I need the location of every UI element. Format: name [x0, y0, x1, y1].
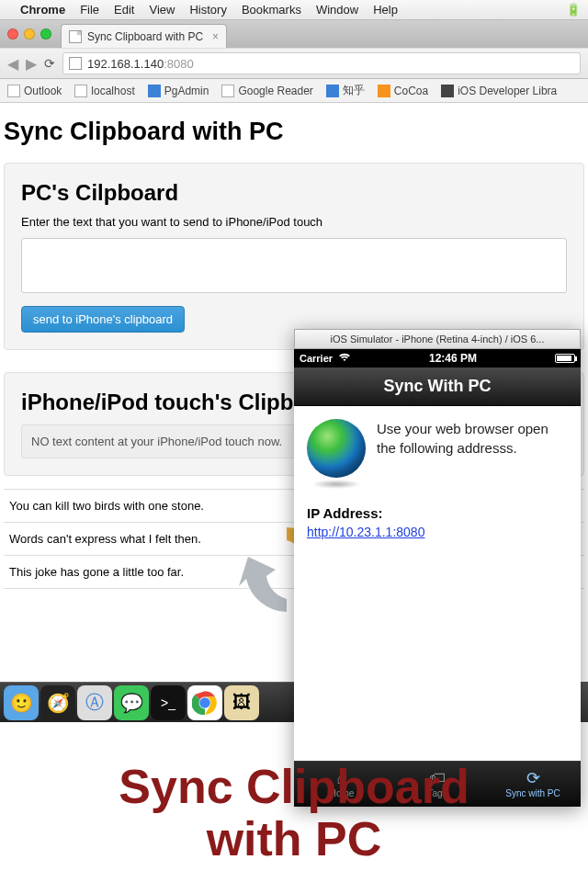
dock-chrome-icon[interactable]	[187, 685, 222, 720]
dock-safari-icon[interactable]: 🧭	[40, 685, 75, 720]
caption-line-1: Sync Clipboard	[0, 761, 588, 813]
status-time: 12:46 PM	[351, 352, 555, 365]
ios-status-bar: Carrier 12:46 PM	[294, 349, 581, 368]
caption-line-2: with PC	[0, 813, 588, 865]
globe-icon	[307, 419, 366, 478]
back-button[interactable]: ◀	[7, 55, 18, 73]
page-title: Sync Clipboard with PC	[4, 118, 584, 146]
ios-body: Use your web browser open the following …	[294, 406, 581, 761]
address-host: 192.168.1.140	[87, 57, 164, 71]
menubar-file[interactable]: File	[80, 3, 99, 17]
close-window-button[interactable]	[7, 28, 18, 40]
traffic-lights	[7, 28, 51, 40]
menubar-edit[interactable]: Edit	[114, 3, 134, 17]
bookmark-localhost[interactable]: localhost	[74, 85, 134, 97]
menubar-right-icon[interactable]: 🔋	[566, 3, 581, 17]
address-port: :8080	[164, 57, 194, 71]
forward-button[interactable]: ▶	[26, 55, 37, 73]
menubar-view[interactable]: View	[149, 3, 175, 17]
pc-clipboard-prompt: Enter the text that you want to send to …	[21, 215, 567, 229]
pc-clipboard-textarea[interactable]	[21, 238, 567, 293]
menubar-help[interactable]: Help	[373, 3, 398, 17]
menubar-app[interactable]: Chrome	[20, 3, 65, 17]
ios-simulator-window: iOS Simulator - iPhone (Retina 4-inch) /…	[294, 329, 581, 807]
bookmark-pgadmin[interactable]: PgAdmin	[148, 85, 209, 97]
tab-strip: Sync Clipboard with PC ×	[0, 20, 588, 48]
svg-point-1	[199, 697, 210, 708]
simulator-titlebar[interactable]: iOS Simulator - iPhone (Retina 4-inch) /…	[294, 329, 581, 349]
ip-address-link[interactable]: http://10.23.1.1:8080	[307, 525, 568, 539]
bookmark-google-reader[interactable]: Google Reader	[221, 85, 312, 97]
ios-nav-bar: Sync With PC	[294, 368, 581, 406]
address-page-icon	[69, 57, 82, 70]
pc-clipboard-heading: PC's Cilpboard	[21, 180, 567, 206]
send-to-iphone-button[interactable]: send to iPhone's clipboard	[21, 306, 185, 333]
ip-address-label: IP Address:	[307, 505, 568, 521]
dock-appstore-icon[interactable]: Ⓐ	[77, 685, 112, 720]
address-bar[interactable]: 192.168.1.140:8080	[62, 52, 581, 74]
page-icon	[69, 30, 82, 43]
bookmark-outlook[interactable]: Outlook	[7, 85, 62, 97]
battery-icon	[555, 354, 575, 363]
minimize-window-button[interactable]	[24, 28, 35, 40]
ios-instruction-text: Use your web browser open the following …	[377, 419, 568, 458]
bookmark-ios-dev[interactable]: iOS Developer Libra	[441, 85, 557, 97]
mac-menubar: Chrome File Edit View History Bookmarks …	[0, 0, 588, 20]
dock-messages-icon[interactable]: 💬	[114, 685, 149, 720]
bookmark-cocoa[interactable]: CoCoa	[378, 85, 428, 97]
browser-toolbar: ◀ ▶ ⟳ 192.168.1.140:8080	[0, 48, 588, 79]
marketing-caption: Sync Clipboard with PC	[0, 761, 588, 865]
dock-photos-icon[interactable]: 🖼	[224, 685, 259, 720]
bookmark-bar: Outlook localhost PgAdmin Google Reader …	[0, 79, 588, 103]
ios-nav-title: Sync With PC	[384, 377, 492, 396]
dock-terminal-icon[interactable]: >_	[151, 685, 186, 720]
dock-finder-icon[interactable]: 🙂	[4, 685, 39, 720]
menubar-bookmarks[interactable]: Bookmarks	[242, 3, 301, 17]
browser-tab[interactable]: Sync Clipboard with PC ×	[61, 24, 227, 48]
pc-clipboard-panel: PC's Cilpboard Enter the text that you w…	[4, 163, 584, 350]
tab-title: Sync Clipboard with PC	[87, 30, 203, 43]
wifi-icon	[338, 353, 351, 364]
zoom-window-button[interactable]	[40, 28, 51, 40]
reload-button[interactable]: ⟳	[44, 56, 55, 71]
menubar-history[interactable]: History	[189, 3, 226, 17]
bookmark-zhihu[interactable]: 知乎	[326, 83, 365, 98]
carrier-label: Carrier	[300, 353, 333, 364]
tab-close-icon[interactable]: ×	[212, 30, 219, 43]
menubar-window[interactable]: Window	[316, 3, 358, 17]
